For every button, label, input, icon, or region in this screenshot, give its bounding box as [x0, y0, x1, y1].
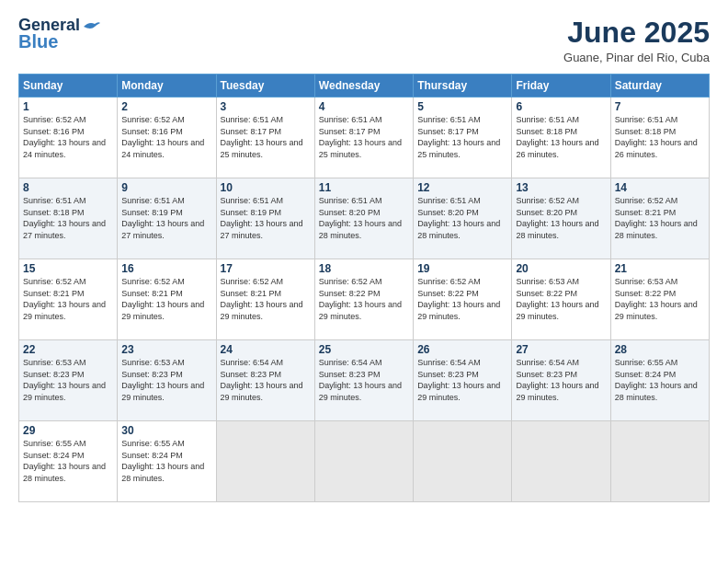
- day-number: 11: [319, 181, 409, 194]
- main-title: June 2025: [563, 17, 710, 49]
- day-detail: Sunrise: 6:54 AMSunset: 8:23 PMDaylight:…: [516, 358, 598, 402]
- header: General Blue June 2025 Guane, Pinar del …: [18, 17, 710, 64]
- calendar-cell: 26Sunrise: 6:54 AMSunset: 8:23 PMDayligh…: [414, 340, 512, 421]
- col-monday: Monday: [118, 75, 216, 98]
- calendar-cell: 27Sunrise: 6:54 AMSunset: 8:23 PMDayligh…: [512, 340, 610, 421]
- day-detail: Sunrise: 6:51 AMSunset: 8:18 PMDaylight:…: [516, 115, 598, 159]
- calendar-cell: 28Sunrise: 6:55 AMSunset: 8:24 PMDayligh…: [610, 340, 709, 421]
- day-number: 13: [516, 181, 606, 194]
- day-detail: Sunrise: 6:54 AMSunset: 8:23 PMDaylight:…: [319, 358, 402, 402]
- col-tuesday: Tuesday: [216, 75, 314, 98]
- calendar-header-row: Sunday Monday Tuesday Wednesday Thursday…: [19, 75, 710, 98]
- day-number: 20: [516, 262, 606, 275]
- calendar-cell: [314, 421, 413, 502]
- day-detail: Sunrise: 6:53 AMSunset: 8:23 PMDaylight:…: [121, 358, 204, 402]
- calendar-cell: [216, 421, 314, 502]
- day-detail: Sunrise: 6:51 AMSunset: 8:18 PMDaylight:…: [23, 196, 106, 240]
- week-row-4: 22Sunrise: 6:53 AMSunset: 8:23 PMDayligh…: [19, 340, 710, 421]
- calendar-cell: 9Sunrise: 6:51 AMSunset: 8:19 PMDaylight…: [118, 178, 216, 259]
- calendar-cell: 19Sunrise: 6:52 AMSunset: 8:22 PMDayligh…: [414, 259, 512, 340]
- col-thursday: Thursday: [414, 75, 512, 98]
- col-saturday: Saturday: [610, 75, 709, 98]
- calendar-cell: 12Sunrise: 6:51 AMSunset: 8:20 PMDayligh…: [414, 178, 512, 259]
- day-detail: Sunrise: 6:52 AMSunset: 8:16 PMDaylight:…: [23, 115, 106, 159]
- day-detail: Sunrise: 6:52 AMSunset: 8:22 PMDaylight:…: [417, 277, 500, 321]
- day-number: 30: [121, 424, 211, 437]
- day-number: 21: [615, 262, 705, 275]
- calendar-cell: [610, 421, 709, 502]
- day-detail: Sunrise: 6:51 AMSunset: 8:20 PMDaylight:…: [319, 196, 402, 240]
- day-detail: Sunrise: 6:55 AMSunset: 8:24 PMDaylight:…: [121, 439, 204, 483]
- page: General Blue June 2025 Guane, Pinar del …: [0, 0, 728, 563]
- subtitle: Guane, Pinar del Rio, Cuba: [563, 51, 710, 64]
- day-number: 18: [319, 262, 409, 275]
- week-row-1: 1Sunrise: 6:52 AMSunset: 8:16 PMDaylight…: [19, 98, 710, 178]
- day-detail: Sunrise: 6:55 AMSunset: 8:24 PMDaylight:…: [23, 439, 106, 483]
- day-number: 19: [417, 262, 507, 275]
- day-detail: Sunrise: 6:54 AMSunset: 8:23 PMDaylight:…: [417, 358, 500, 402]
- day-detail: Sunrise: 6:52 AMSunset: 8:21 PMDaylight:…: [615, 196, 698, 240]
- logo-blue: Blue: [18, 31, 58, 52]
- day-number: 1: [23, 100, 113, 113]
- calendar-cell: 3Sunrise: 6:51 AMSunset: 8:17 PMDaylight…: [216, 98, 314, 178]
- day-detail: Sunrise: 6:52 AMSunset: 8:21 PMDaylight:…: [121, 277, 204, 321]
- day-number: 12: [417, 181, 507, 194]
- calendar-cell: 18Sunrise: 6:52 AMSunset: 8:22 PMDayligh…: [314, 259, 413, 340]
- day-number: 15: [23, 262, 113, 275]
- calendar-cell: [512, 421, 610, 502]
- day-number: 9: [121, 181, 211, 194]
- day-number: 26: [417, 343, 507, 356]
- day-detail: Sunrise: 6:53 AMSunset: 8:22 PMDaylight:…: [615, 277, 698, 321]
- day-detail: Sunrise: 6:51 AMSunset: 8:19 PMDaylight:…: [221, 196, 303, 240]
- day-number: 5: [417, 100, 507, 113]
- calendar-table: Sunday Monday Tuesday Wednesday Thursday…: [18, 74, 710, 502]
- day-detail: Sunrise: 6:54 AMSunset: 8:23 PMDaylight:…: [221, 358, 303, 402]
- calendar-cell: [414, 421, 512, 502]
- day-detail: Sunrise: 6:52 AMSunset: 8:20 PMDaylight:…: [516, 196, 598, 240]
- col-sunday: Sunday: [19, 75, 118, 98]
- calendar-cell: 30Sunrise: 6:55 AMSunset: 8:24 PMDayligh…: [118, 421, 216, 502]
- day-number: 14: [615, 181, 705, 194]
- day-number: 6: [516, 100, 606, 113]
- calendar-cell: 5Sunrise: 6:51 AMSunset: 8:17 PMDaylight…: [414, 98, 512, 178]
- day-number: 23: [121, 343, 211, 356]
- calendar-cell: 25Sunrise: 6:54 AMSunset: 8:23 PMDayligh…: [314, 340, 413, 421]
- day-number: 17: [221, 262, 311, 275]
- day-number: 24: [221, 343, 311, 356]
- day-number: 27: [516, 343, 606, 356]
- calendar-cell: 1Sunrise: 6:52 AMSunset: 8:16 PMDaylight…: [19, 98, 118, 178]
- day-detail: Sunrise: 6:51 AMSunset: 8:17 PMDaylight:…: [221, 115, 303, 159]
- calendar-cell: 11Sunrise: 6:51 AMSunset: 8:20 PMDayligh…: [314, 178, 413, 259]
- day-number: 29: [23, 424, 113, 437]
- day-detail: Sunrise: 6:53 AMSunset: 8:22 PMDaylight:…: [516, 277, 598, 321]
- calendar-cell: 22Sunrise: 6:53 AMSunset: 8:23 PMDayligh…: [19, 340, 118, 421]
- day-detail: Sunrise: 6:51 AMSunset: 8:20 PMDaylight:…: [417, 196, 500, 240]
- day-number: 4: [319, 100, 409, 113]
- calendar-cell: 6Sunrise: 6:51 AMSunset: 8:18 PMDaylight…: [512, 98, 610, 178]
- day-detail: Sunrise: 6:51 AMSunset: 8:18 PMDaylight:…: [615, 115, 698, 159]
- day-number: 7: [615, 100, 705, 113]
- calendar-cell: 14Sunrise: 6:52 AMSunset: 8:21 PMDayligh…: [610, 178, 709, 259]
- col-wednesday: Wednesday: [314, 75, 413, 98]
- day-detail: Sunrise: 6:52 AMSunset: 8:22 PMDaylight:…: [319, 277, 402, 321]
- day-number: 22: [23, 343, 113, 356]
- day-number: 10: [221, 181, 311, 194]
- day-detail: Sunrise: 6:53 AMSunset: 8:23 PMDaylight:…: [23, 358, 106, 402]
- calendar-cell: 2Sunrise: 6:52 AMSunset: 8:16 PMDaylight…: [118, 98, 216, 178]
- day-detail: Sunrise: 6:52 AMSunset: 8:21 PMDaylight:…: [221, 277, 303, 321]
- day-detail: Sunrise: 6:51 AMSunset: 8:17 PMDaylight:…: [417, 115, 500, 159]
- day-detail: Sunrise: 6:52 AMSunset: 8:16 PMDaylight:…: [121, 115, 204, 159]
- day-detail: Sunrise: 6:51 AMSunset: 8:17 PMDaylight:…: [319, 115, 402, 159]
- week-row-3: 15Sunrise: 6:52 AMSunset: 8:21 PMDayligh…: [19, 259, 710, 340]
- day-detail: Sunrise: 6:51 AMSunset: 8:19 PMDaylight:…: [121, 196, 204, 240]
- title-area: June 2025 Guane, Pinar del Rio, Cuba: [563, 17, 710, 64]
- day-detail: Sunrise: 6:52 AMSunset: 8:21 PMDaylight:…: [23, 277, 106, 321]
- calendar-cell: 4Sunrise: 6:51 AMSunset: 8:17 PMDaylight…: [314, 98, 413, 178]
- day-number: 3: [221, 100, 311, 113]
- calendar-cell: 8Sunrise: 6:51 AMSunset: 8:18 PMDaylight…: [19, 178, 118, 259]
- logo: General Blue: [18, 17, 102, 52]
- calendar-cell: 20Sunrise: 6:53 AMSunset: 8:22 PMDayligh…: [512, 259, 610, 340]
- day-number: 8: [23, 181, 113, 194]
- calendar-cell: 16Sunrise: 6:52 AMSunset: 8:21 PMDayligh…: [118, 259, 216, 340]
- day-detail: Sunrise: 6:55 AMSunset: 8:24 PMDaylight:…: [615, 358, 698, 402]
